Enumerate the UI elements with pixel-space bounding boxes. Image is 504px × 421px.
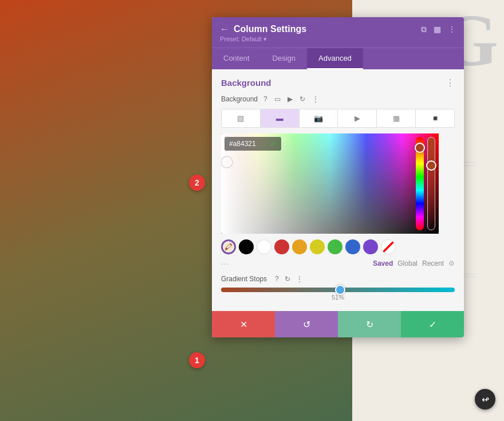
swatches-dots-btn[interactable]: ··· [221,259,230,268]
swatches-row: 🖍 [221,239,455,254]
bg-type-none[interactable]: ▧ [222,109,261,127]
tab-advanced[interactable]: Advanced [307,48,363,69]
corner-icon: ↫ [482,394,489,405]
tab-content[interactable]: Content [212,48,261,69]
save-icon: ✓ [429,319,436,330]
saved-row: ··· Saved Global Recent ⚙ [221,259,455,268]
undo-button[interactable]: ↺ [275,311,338,337]
sliders-column [416,137,435,230]
gradient-pct: 51% [221,294,455,301]
background-label: Background [221,95,258,103]
bg-type-pattern[interactable]: ▦ [377,109,416,127]
cancel-button[interactable]: ✕ [212,311,275,337]
panel-header: ← Column Settings ⧉ ▦ ⋮ Preset: Default … [212,17,464,48]
bg-type-video[interactable]: ▶ [338,109,377,127]
alpha-thumb[interactable] [426,160,436,171]
bg-type-image[interactable]: 📷 [300,109,338,127]
tabs-bar: Content Design Advanced [212,48,464,69]
hex-input-row: ✓ [225,137,281,151]
expand-icon[interactable]: ⧉ [421,25,427,34]
hue-thumb[interactable] [415,143,425,153]
header-icons: ⧉ ▦ ⋮ [421,25,456,34]
redo-button[interactable]: ↻ [338,311,401,337]
swatch-yellow[interactable] [310,239,325,254]
bg-type-gradient[interactable]: ▬ [261,109,300,127]
gradient-track[interactable] [221,288,455,292]
alpha-slider[interactable] [427,137,435,230]
gradient-more-icon[interactable]: ⋮ [295,274,304,284]
gradient-position-slider[interactable]: 51% [221,288,455,301]
color-picker-swatch[interactable]: 🖍 [221,239,236,254]
section-header: Background ⋮ [221,77,455,88]
hex-input[interactable] [229,140,266,148]
corner-button[interactable]: ↫ [475,389,495,410]
preset-label[interactable]: Preset: Default ▾ [220,36,456,43]
step-badge-1: 1 [189,352,205,368]
background-type-row: ▧ ▬ 📷 ▶ ▦ ◾ [221,109,455,128]
saved-tabs: Saved Global Recent ⚙ [373,259,455,267]
swatch-green[interactable] [328,239,342,254]
panel-title: Column Settings [234,24,306,34]
gradient-canvas[interactable]: ✓ [221,133,439,234]
background-label-row: Background ? ▭ ▶ ↻ ⋮ [221,94,455,104]
gradient-reset-icon[interactable]: ↻ [284,274,292,284]
gradient-stops-row: Gradient Stops ? ↻ ⋮ [221,274,455,284]
reset-icon[interactable]: ↻ [298,94,306,104]
bg-more-icon[interactable]: ⋮ [311,94,320,104]
mobile-icon[interactable]: ▭ [273,94,282,104]
tab-recent[interactable]: Recent [422,259,444,267]
swatch-purple[interactable] [363,239,378,254]
color-picker: ✓ [221,133,455,234]
color-cursor[interactable] [222,157,232,167]
column-settings-panel: ← Column Settings ⧉ ▦ ⋮ Preset: Default … [212,17,464,337]
swatches-settings-icon[interactable]: ⚙ [448,259,455,267]
section-title: Background [221,78,271,88]
redo-icon: ↻ [366,319,373,330]
panel-title-row: ← Column Settings [220,24,306,34]
cancel-icon: ✕ [240,319,247,330]
swatch-transparent[interactable] [381,239,396,254]
pointer-icon[interactable]: ▶ [286,94,294,104]
gradient-stops-icons: ? ↻ ⋮ [274,274,304,284]
step-badge-2: 2 [189,175,205,191]
swatch-black[interactable] [239,239,254,254]
gradient-thumb[interactable] [335,285,345,295]
action-bar: ✕ ↺ ↻ ✓ [212,311,464,337]
swatch-white[interactable] [257,239,271,254]
more-icon[interactable]: ⋮ [448,25,456,34]
save-button[interactable]: ✓ [401,311,464,337]
swatch-blue[interactable] [345,239,360,254]
back-arrow-icon[interactable]: ← [220,24,229,34]
swatch-orange[interactable] [292,239,307,254]
gradient-stops-label: Gradient Stops [221,275,267,283]
tab-saved[interactable]: Saved [373,259,393,267]
hex-confirm-icon[interactable]: ✓ [270,139,277,148]
bg-type-mask[interactable]: ◾ [416,109,454,127]
hue-slider[interactable] [416,137,424,230]
undo-icon: ↺ [303,319,310,330]
help-icon[interactable]: ? [262,94,269,104]
layout-icon[interactable]: ▦ [434,25,441,34]
section-more-icon[interactable]: ⋮ [446,77,455,88]
tab-design[interactable]: Design [261,48,307,69]
panel-body: Background ⋮ Background ? ▭ ▶ ↻ ⋮ ▧ ▬ 📷 … [212,69,464,311]
tab-global[interactable]: Global [397,259,418,267]
swatch-red[interactable] [274,239,289,254]
gradient-help-icon[interactable]: ? [274,274,280,284]
